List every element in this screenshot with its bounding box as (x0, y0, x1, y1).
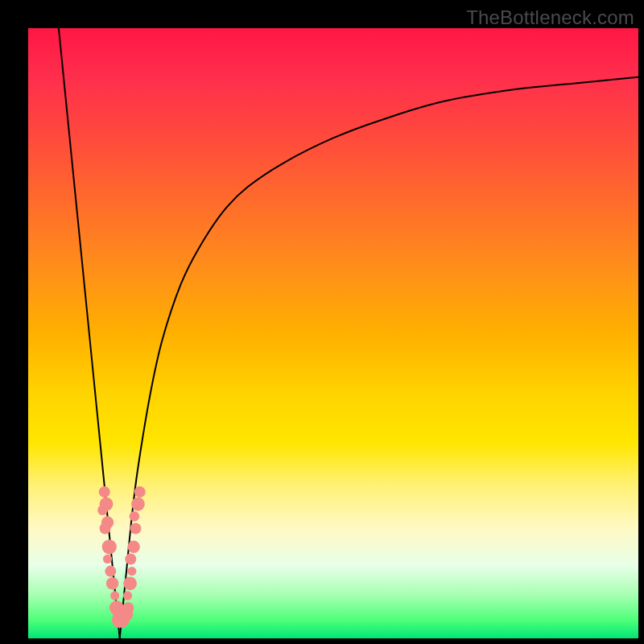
cluster-point (127, 567, 136, 576)
cluster-point (105, 566, 116, 577)
cluster-point (130, 511, 140, 522)
cluster-point (122, 602, 134, 613)
cluster-point (100, 523, 111, 535)
cluster-point (106, 577, 118, 589)
cluster-point (99, 486, 110, 497)
cluster-point (130, 523, 141, 535)
chart-frame: TheBottleneck.com (0, 0, 644, 644)
right-branch-line (120, 77, 638, 638)
chart-svg (28, 28, 638, 638)
cluster-point (123, 576, 137, 590)
series-right-branch (120, 77, 638, 638)
cluster-point (125, 553, 136, 564)
cluster-point (123, 591, 132, 600)
cluster-point (102, 539, 117, 554)
cluster-point (110, 591, 119, 600)
cluster-point (97, 506, 108, 516)
cluster-point (127, 541, 139, 553)
marker-cluster (97, 486, 146, 628)
cluster-point (134, 486, 146, 497)
cluster-point (131, 497, 145, 511)
cluster-point (103, 555, 112, 564)
watermark-text: TheBottleneck.com (466, 6, 634, 29)
plot-area (28, 28, 638, 638)
